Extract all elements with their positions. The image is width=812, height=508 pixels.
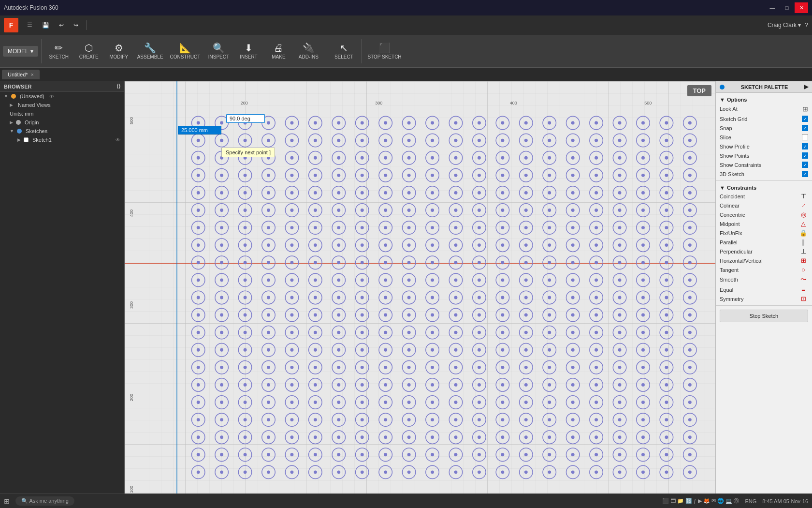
sketch-grid-row[interactable]: Sketch Grid ✓ [720,114,808,123]
modify-button[interactable]: ⚙ MODIFY [104,41,133,61]
coincident-label: Coincident [720,194,745,199]
select-button[interactable]: ↖ SELECT [329,41,358,61]
modify-icon: ⚙ [115,43,123,53]
origin-dot [16,120,21,125]
snap-checkbox[interactable]: ✓ [802,125,808,131]
length-value: 25.000 mm [181,127,208,133]
inspect-button[interactable]: 🔍 INSPECT [204,41,233,61]
sketches-dot [17,129,22,134]
hv-row[interactable]: Horizontal/Vertical ⊞ [720,256,808,265]
coincident-row[interactable]: Coincident ⊤ [720,192,808,201]
browser-title: BROWSER [4,84,31,90]
tangent-row[interactable]: Tangent ○ [720,265,808,274]
3d-sketch-row[interactable]: 3D Sketch ✓ [720,169,808,179]
browser-item-root[interactable]: ▼ (Unsaved) 👁 [0,92,124,101]
sketch1-eye: 👁 [116,137,120,143]
create-button[interactable]: ⬡ CREATE [74,41,103,61]
user-name: Craig Clark ▾ [768,22,801,29]
show-constraints-row[interactable]: Show Constraints ✓ [720,160,808,169]
tb-separator-3 [361,39,362,63]
root-eye: 👁 [49,94,54,99]
tab-close-button[interactable]: × [31,72,34,77]
browser-item-sketch1[interactable]: ▶ Sketch1 👁 [0,135,124,144]
search-bar[interactable]: 🔍 Ask me anything [15,496,74,506]
stop-sketch-icon: ⬛ [378,43,391,53]
stop-sketch-button[interactable]: ⬛ STOP SKETCH [364,41,404,61]
fixunfix-row[interactable]: Fix/UnFix 🔒 [720,228,808,238]
options-title: ▼ Options [720,95,808,104]
menubar-divider [86,20,87,30]
fixunfix-icon: 🔒 [798,229,808,237]
look-at-row[interactable]: Look At ⊞ [720,104,808,114]
menu-file[interactable]: ☰ [23,20,36,30]
model-mode-label: MODEL [8,48,29,55]
constraints-section-label: Constraints [727,185,756,191]
origin-arrow: ▶ [10,120,13,125]
colinear-row[interactable]: Colinear ⟋ [720,201,808,210]
model-mode-button[interactable]: MODEL ▾ [3,46,38,57]
palette-expand[interactable]: ▶ [804,84,808,90]
menu-save[interactable]: 💾 [38,20,53,30]
concentric-label: Concentric [720,212,745,218]
midpoint-row[interactable]: Midpoint △ [720,219,808,228]
assemble-button[interactable]: 🔧 ASSEMBLE [134,41,166,61]
titlebar: Autodesk Fusion 360 — □ ✕ [0,0,812,15]
minimize-button[interactable]: — [766,2,779,13]
options-arrow: ▼ [720,97,725,103]
tangent-label: Tangent [720,267,739,273]
concentric-icon: ◎ [798,211,808,218]
snap-row[interactable]: Snap ✓ [720,123,808,133]
browser-item-sketches[interactable]: ▼ Sketches [0,127,124,135]
windows-icon[interactable]: ⊞ [4,497,10,505]
concentric-row[interactable]: Concentric ◎ [720,210,808,219]
perpendicular-row[interactable]: Perpendicular ⊥ [720,247,808,256]
menu-undo[interactable]: ↩ [55,20,68,30]
equal-row[interactable]: Equal = [720,285,808,294]
menu-redo[interactable]: ↪ [70,20,82,30]
show-points-checkbox[interactable]: ✓ [802,152,808,159]
browser-item-origin[interactable]: ▶ Origin [0,118,124,127]
show-profile-checkbox[interactable]: ✓ [802,143,808,149]
3d-sketch-checkbox[interactable]: ✓ [802,171,808,177]
slice-checkbox[interactable] [802,134,808,140]
constraints-section: ▼ Constraints Coincident ⊤ Colinear ⟋ Co… [716,181,812,306]
slice-row[interactable]: Slice [720,133,808,142]
construct-button[interactable]: 📐 CONSTRUCT [167,41,203,61]
addins-button[interactable]: 🔌 ADD-INS [294,41,323,61]
root-dot [11,94,16,99]
tab-untitled[interactable]: Untitled* × [2,70,40,79]
sketch-grid-checkbox[interactable]: ✓ [802,116,808,122]
circle-grid-container: // Circles drawn programmatically below [177,110,715,493]
3d-sketch-label: 3D Sketch [720,171,744,177]
construct-icon: 📐 [179,43,191,53]
sketch-button[interactable]: ✏ SKETCH [44,41,73,61]
parallel-label: Parallel [720,239,738,245]
length-input[interactable]: 25.000 mm [178,126,221,134]
stop-sketch-palette-button[interactable]: Stop Sketch [720,310,808,322]
sketch-grid-label: Sketch Grid [720,116,747,122]
equal-label: Equal [720,287,733,293]
browser-item-named-views[interactable]: ▶ Named Views [0,101,124,109]
select-icon: ↖ [340,43,348,53]
show-constraints-checkbox[interactable]: ✓ [802,162,808,168]
maximize-button[interactable]: □ [780,2,794,13]
equal-icon: = [798,286,808,293]
make-button[interactable]: 🖨 MAKE [264,41,293,61]
taskbar-icons: ⬛ 🗔 📁 🔢 ƒ ▶ 🦊 ✉ 🌐 💻 Ⓑ [662,497,740,505]
construct-label: CONSTRUCT [170,54,201,60]
help-icon[interactable]: ? [805,22,808,29]
smooth-row[interactable]: Smooth 〜 [720,274,808,285]
show-points-row[interactable]: Show Points ✓ [720,151,808,160]
canvas-area[interactable]: TOP 500 400 300 200 100 200 300 400 500 … [125,81,715,493]
show-profile-row[interactable]: Show Profile ✓ [720,142,808,151]
window-controls: — □ ✕ [766,2,808,13]
angle-input[interactable]: 90.0 deg [226,114,265,123]
midpoint-icon: △ [798,220,808,227]
parallel-row[interactable]: Parallel ∥ [720,238,808,247]
symmetry-row[interactable]: Symmetry ⊡ [720,294,808,303]
addins-icon: 🔌 [303,43,315,53]
perpendicular-label: Perpendicular [720,249,753,254]
insert-button[interactable]: ⬇ INSERT [234,41,263,61]
look-at-icon[interactable]: ⊞ [802,105,808,113]
close-button[interactable]: ✕ [795,2,808,13]
